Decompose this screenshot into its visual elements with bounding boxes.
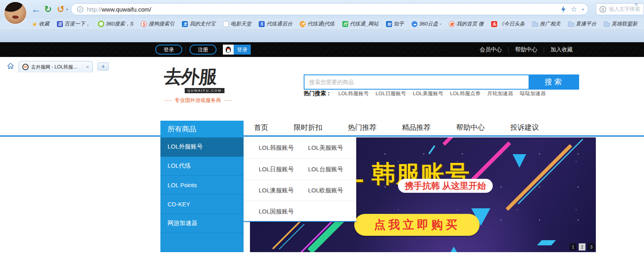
hot-link[interactable]: LOL美服账号 bbox=[413, 90, 443, 97]
bookmark-dailiantong-admin[interactable]: S代练通后台 bbox=[259, 20, 292, 27]
bookmark-360-search[interactable]: 360搜索，S bbox=[98, 20, 133, 27]
sidebar-item-cdkey[interactable]: CD-KEY bbox=[160, 195, 244, 214]
banner-page-2[interactable]: 2 bbox=[579, 243, 585, 251]
site-logo[interactable]: 去外服 QUWAIFU.COM 专业国外游戏服务商 bbox=[164, 67, 232, 104]
undo-restore-button[interactable]: ↺ bbox=[57, 4, 64, 14]
bookmark-folder-promo[interactable]: 推广相关 bbox=[532, 20, 560, 27]
favorite-star-icon[interactable]: ☆ bbox=[571, 6, 577, 13]
hot-link[interactable]: 哒哒加速器 bbox=[520, 90, 546, 97]
all-products-header[interactable]: 所有商品 bbox=[160, 121, 244, 137]
nav-featured[interactable]: 精品推荐 bbox=[402, 123, 431, 132]
star-icon: ★ bbox=[31, 21, 37, 27]
zhihu-icon: 知 bbox=[386, 21, 392, 27]
user-avatar[interactable] bbox=[4, 1, 27, 25]
bookmark-sogou[interactable]: S搜狗搜索引 bbox=[141, 20, 174, 27]
folder-icon bbox=[604, 23, 610, 27]
bookmark-folder-live[interactable]: 直播平台 bbox=[568, 20, 596, 27]
sidebar-item-lol-boosting[interactable]: LOL代练 bbox=[160, 157, 244, 176]
flyout-link-cn[interactable]: LOL国服账号 bbox=[259, 208, 306, 215]
help-center-link[interactable]: 帮助中心 bbox=[509, 46, 544, 53]
alipay-icon: 支 bbox=[182, 21, 188, 27]
site-favicon: wf bbox=[22, 64, 29, 70]
flyout-link-oce[interactable]: LOL澳服账号 bbox=[259, 187, 306, 194]
nav-home[interactable]: 首页 bbox=[254, 123, 268, 132]
bookmark-dailiantong[interactable]: 代代练通|代练 bbox=[300, 20, 334, 27]
new-tab-button[interactable]: + bbox=[98, 63, 109, 70]
login-button[interactable]: 登录 bbox=[155, 45, 182, 55]
banner-shape bbox=[537, 240, 556, 245]
hot-search-label: 热门搜索： bbox=[304, 90, 332, 97]
flyout-link-eu[interactable]: LOL欧服账号 bbox=[308, 187, 343, 194]
nav-flash-sale[interactable]: 限时折扣 bbox=[294, 123, 322, 132]
baidu-icon: 百 bbox=[57, 21, 63, 27]
banner-triangle bbox=[448, 247, 459, 252]
banner-page-3[interactable]: 3 bbox=[588, 243, 595, 251]
360-search-icon bbox=[98, 21, 104, 27]
home-icon[interactable] bbox=[6, 62, 15, 70]
bookmark-baidu[interactable]: 百百度一下， bbox=[57, 20, 90, 27]
bookmark-toutiao[interactable]: 头《今日头条 bbox=[491, 20, 525, 27]
logo-domain: QUWAIFU.COM bbox=[185, 88, 224, 93]
nav-hot[interactable]: 热门推荐 bbox=[348, 123, 377, 132]
flyout-link-tw[interactable]: LOL台服账号 bbox=[308, 166, 343, 173]
topbar-links: 会员中心 帮助中心 加入收藏 bbox=[473, 42, 579, 57]
toolbar-overflow-chevron[interactable]: » bbox=[634, 0, 638, 7]
sidebar-item-lol-accounts[interactable]: LOL外服账号 bbox=[160, 137, 244, 157]
tab-close-icon[interactable]: × bbox=[86, 64, 89, 70]
category-flyout-menu: LOL韩服账号 LOL美服账号 LOL日服账号 LOL台服账号 LOL澳服账号 … bbox=[244, 137, 356, 222]
site-security-icon bbox=[77, 6, 84, 13]
flyout-row: LOL日服账号 LOL台服账号 bbox=[244, 159, 356, 180]
main-nav: 首页 限时折扣 热门推荐 精品推荐 帮助中心 投诉建议 bbox=[254, 123, 539, 132]
hot-link[interactable]: 月轮加速器 bbox=[487, 90, 513, 97]
browser-window: ← ↻ ↺ ▾ http://www.quwaifu.com/ ☆ ▾ S 输入… bbox=[0, 0, 644, 280]
refresh-button[interactable]: ↻ bbox=[44, 4, 52, 14]
search-button[interactable]: 搜索 bbox=[529, 74, 579, 90]
undo-dropdown-caret[interactable]: ▾ bbox=[66, 7, 68, 12]
banner-streak bbox=[428, 145, 435, 155]
register-button[interactable]: 注册 bbox=[189, 45, 217, 55]
bookmark-favorites[interactable]: ★收藏 bbox=[31, 20, 49, 27]
nav-help[interactable]: 帮助中心 bbox=[456, 123, 485, 132]
address-bar[interactable]: http://www.quwaifu.com/ ☆ ▾ bbox=[71, 3, 588, 15]
add-favorite-link[interactable]: 加入收藏 bbox=[544, 46, 579, 53]
category-sidebar: 所有商品 LOL外服账号 LOL代练 LOL Points CD-KEY 网游加… bbox=[160, 121, 244, 252]
banner-streak bbox=[443, 137, 462, 146]
url-text[interactable]: http://www.quwaifu.com/ bbox=[87, 6, 151, 13]
tab-title: 去外服网 - LOL韩服账号 bbox=[31, 64, 82, 70]
flyout-link-na[interactable]: LOL美服账号 bbox=[308, 144, 343, 152]
banner-page-1[interactable]: 1 bbox=[570, 243, 576, 251]
qq-login-button[interactable]: 登录 bbox=[223, 45, 251, 55]
flyout-link-kr[interactable]: LOL韩服账号 bbox=[259, 144, 306, 152]
banner-streak bbox=[279, 223, 304, 249]
cloud-icon: ☁ bbox=[412, 21, 418, 27]
member-center-link[interactable]: 会员中心 bbox=[473, 46, 508, 53]
tab-bar: wf 去外服网 - LOL韩服账号 × + bbox=[0, 30, 644, 42]
green-icon: 代 bbox=[342, 21, 348, 27]
logo-slogan: 专业国外游戏服务商 bbox=[164, 97, 232, 104]
bookmark-alipay[interactable]: 支我的支付宝 bbox=[182, 20, 215, 27]
folder-icon bbox=[532, 23, 538, 27]
divider bbox=[185, 45, 186, 54]
hot-link[interactable]: LOL韩服账号 bbox=[338, 90, 369, 97]
bookmark-folder-lol[interactable]: 英雄联盟新 bbox=[604, 20, 637, 27]
nav-feedback[interactable]: 投诉建议 bbox=[510, 123, 539, 132]
sidebar-item-accelerator[interactable]: 网游加速器 bbox=[160, 214, 244, 233]
back-button[interactable]: ← bbox=[31, 4, 41, 14]
tab-quwaifu[interactable]: wf 去外服网 - LOL韩服账号 × bbox=[19, 61, 93, 72]
product-search-input[interactable] bbox=[304, 74, 529, 90]
flyout-link-jp[interactable]: LOL日服账号 bbox=[259, 166, 306, 173]
bookmark-dailiantong-site[interactable]: 代代练通_网站 bbox=[342, 20, 379, 27]
sogou-search-icon: S bbox=[599, 6, 606, 13]
site-topbar: 登录 注册 登录 会员中心 帮助中心 加入收藏 bbox=[0, 42, 644, 57]
bookmarks-bar: ★收藏 百百度一下， 360搜索，S S搜狗搜索引 支我的支付宝 电影天堂 S代… bbox=[0, 18, 644, 30]
hot-link[interactable]: LOL日服账号 bbox=[376, 90, 406, 97]
bookmark-zhihu[interactable]: 知知乎 bbox=[386, 20, 404, 27]
bookmark-weibo[interactable]: 微我的首页 微 bbox=[449, 20, 484, 27]
address-dropdown-caret[interactable]: ▾ bbox=[582, 7, 584, 12]
bookmark-movie[interactable]: 电影天堂 bbox=[223, 20, 251, 27]
bookmark-360-cloud[interactable]: ☁360云盘 - bbox=[412, 20, 441, 27]
extension-bolt-icon[interactable] bbox=[561, 6, 566, 13]
banner-buy-button[interactable]: 点我立即购买 bbox=[354, 214, 480, 236]
hot-link[interactable]: LOL韩服点券 bbox=[450, 90, 481, 97]
sidebar-item-lol-points[interactable]: LOL Points bbox=[160, 176, 244, 195]
